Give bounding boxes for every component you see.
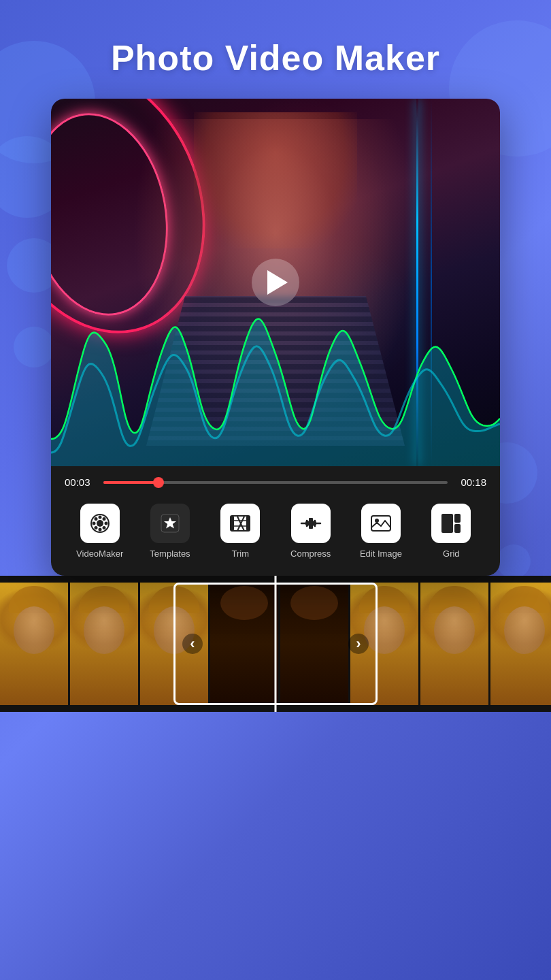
film-frame [420,583,488,705]
film-frame [70,583,138,705]
progress-row: 00:03 00:18 [65,476,486,488]
film-frame-inner [70,583,138,705]
svg-point-2 [98,516,101,519]
tool-compress[interactable]: Compress [280,504,341,559]
svg-point-6 [94,517,97,521]
film-frame [0,583,68,705]
page-title: Photo Video Maker [0,0,551,99]
image-edit-icon [370,512,392,534]
svg-rect-24 [454,514,461,523]
svg-point-5 [104,522,107,525]
grid-icon [440,512,462,534]
svg-point-3 [98,528,101,532]
grid-icon-box [431,504,471,543]
tools-row: VideoMaker Templates [65,500,486,569]
video-preview[interactable] [51,99,500,466]
star-template-icon [159,512,181,534]
bg-decoration [497,544,531,578]
scissors-icon [229,512,251,534]
grid-label: Grid [443,549,460,559]
svg-point-4 [92,522,95,525]
svg-point-1 [97,520,103,527]
tool-trim[interactable]: Trim [210,504,271,559]
svg-rect-20 [305,521,316,525]
play-button[interactable] [252,259,299,306]
film-frame [490,583,551,705]
compress-icon-box [291,504,331,543]
selection-right-arrow[interactable]: › [348,634,369,654]
selection-left-arrow[interactable]: ‹ [182,634,203,654]
controls-bar: 00:03 00:18 [51,466,500,576]
video-card: 00:03 00:18 [51,99,500,576]
total-time: 00:18 [456,476,486,488]
film-frame-inner [0,583,68,705]
trim-label: Trim [232,549,250,559]
svg-point-8 [94,526,97,529]
svg-rect-23 [441,514,453,533]
bg-decoration [14,327,54,368]
play-icon [267,270,288,295]
templates-label: Templates [150,549,190,559]
videomaker-label: VideoMaker [76,549,123,559]
compress-arrows-icon [300,512,322,534]
compress-label: Compress [290,549,331,559]
timeline-center-line [275,576,277,712]
svg-rect-14 [246,516,250,531]
svg-rect-13 [231,516,234,531]
progress-bar[interactable] [103,481,448,484]
tool-editimage[interactable]: Edit Image [350,504,412,559]
tool-templates[interactable]: Templates [139,504,201,559]
svg-point-9 [102,517,105,521]
svg-rect-25 [454,524,461,533]
editimage-icon-box [361,504,401,543]
current-time: 00:03 [65,476,95,488]
film-reel-icon [89,512,111,534]
film-frame-inner [420,583,488,705]
tool-videomaker[interactable]: VideoMaker [69,504,131,559]
svg-point-7 [102,526,105,529]
progress-thumb [153,477,164,488]
film-frame-inner [490,583,551,705]
videomaker-icon-box [80,504,120,543]
trim-icon-box [220,504,260,543]
film-strip-container[interactable]: ‹ › [0,576,551,712]
editimage-label: Edit Image [360,549,402,559]
templates-icon-box [150,504,190,543]
waveform-visualization [51,316,500,466]
tool-grid[interactable]: Grid [420,504,482,559]
progress-fill [103,481,158,484]
